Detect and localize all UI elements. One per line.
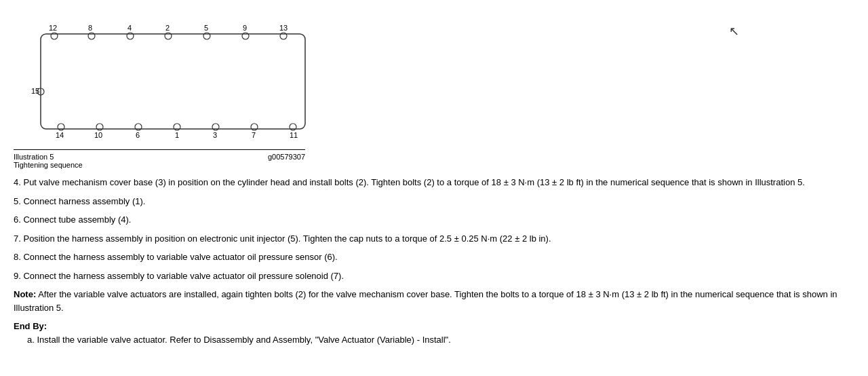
- svg-text:7: 7: [252, 131, 256, 139]
- step-5-text: 5. Connect harness assembly (1).: [14, 196, 145, 206]
- end-by-section: End By: a. Install the variable valve ac…: [14, 320, 854, 346]
- svg-text:1: 1: [175, 131, 179, 139]
- svg-text:2: 2: [165, 24, 170, 32]
- svg-text:10: 10: [94, 131, 102, 139]
- note-text: After the variable valve actuators are i…: [14, 289, 837, 313]
- tightening-sequence-diagram: 12 8 4 2 5 9 13 15 14 10 6 1: [14, 14, 319, 143]
- step-8-text: 8. Connect the harness assembly to varia…: [14, 252, 338, 262]
- illustration-divider: [14, 149, 305, 150]
- svg-text:9: 9: [243, 24, 247, 32]
- illustration-area: 12 8 4 2 5 9 13 15 14 10 6 1: [14, 7, 854, 169]
- svg-text:14: 14: [56, 131, 64, 139]
- svg-text:12: 12: [49, 24, 57, 32]
- step-7-text: 7. Position the harness assembly in posi…: [14, 233, 551, 244]
- step-6-text: 6. Connect tube assembly (4).: [14, 214, 131, 225]
- svg-text:11: 11: [290, 131, 298, 139]
- step-9: 9. Connect the harness assembly to varia…: [14, 269, 854, 283]
- svg-text:13: 13: [279, 24, 288, 32]
- svg-text:3: 3: [213, 131, 217, 139]
- svg-text:15: 15: [31, 87, 39, 95]
- illustration-sublabel: Tightening sequence: [14, 161, 83, 169]
- svg-rect-0: [41, 34, 305, 129]
- note-section: Note: After the variable valve actuators…: [14, 288, 854, 314]
- svg-text:8: 8: [88, 24, 92, 32]
- step-9-text: 9. Connect the harness assembly to varia…: [14, 271, 344, 281]
- illustration-label: Illustration 5: [14, 153, 83, 161]
- svg-text:4: 4: [127, 24, 132, 32]
- step-5: 5. Connect harness assembly (1).: [14, 195, 854, 208]
- step-7: 7. Position the harness assembly in posi…: [14, 232, 854, 246]
- svg-text:5: 5: [204, 24, 208, 32]
- step-4: 4. Put valve mechanism cover base (3) in…: [14, 176, 854, 189]
- step-8: 8. Connect the harness assembly to varia…: [14, 250, 854, 264]
- illustration-caption: Illustration 5 Tightening sequence g0057…: [14, 153, 305, 169]
- step-6: 6. Connect tube assembly (4).: [14, 213, 854, 227]
- note-label: Note:: [14, 289, 36, 299]
- end-by-item: a. Install the variable valve actuator. …: [27, 333, 854, 347]
- step-4-text: 4. Put valve mechanism cover base (3) in…: [14, 177, 805, 187]
- svg-text:6: 6: [136, 131, 140, 139]
- illustration-id: g00579307: [268, 153, 305, 169]
- end-by-label: End By:: [14, 320, 854, 333]
- content-section: 4. Put valve mechanism cover base (3) in…: [14, 176, 854, 346]
